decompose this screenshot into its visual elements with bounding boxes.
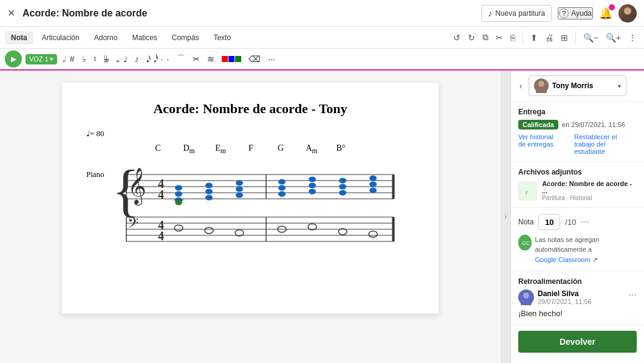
svg-point-50 — [174, 225, 183, 231]
svg-point-44 — [339, 190, 346, 195]
grade-menu-button[interactable]: ··· — [581, 216, 589, 227]
svg-point-48 — [369, 181, 377, 187]
nota-label: Nota — [518, 218, 533, 226]
top-bar: ✕ Acorde: Nombre de acorde ♪ Nueva parti… — [0, 0, 644, 27]
eraser-icon[interactable]: ⌫ — [247, 54, 262, 64]
svg-point-36 — [236, 186, 243, 192]
sixteenth-sym[interactable]: 𝅘𝅥𝅯 — [145, 54, 148, 65]
paste-icon[interactable]: ⎘ — [508, 32, 518, 44]
tab-texto[interactable]: Texto — [207, 31, 237, 44]
score-paper: Acorde: Nombre de acorde - Tony ♩= 80 C … — [62, 83, 439, 314]
zoom-out-icon[interactable]: 🔍− — [581, 32, 601, 44]
user-avatar[interactable] — [618, 4, 637, 22]
double-flat-sym[interactable]: 𝄫 — [102, 54, 111, 65]
sharp-sym[interactable]: # — [68, 54, 77, 64]
attachment-name: Acorde: Nombre de acorde - ... — [542, 180, 637, 195]
feedback-menu-button[interactable]: ··· — [629, 289, 637, 300]
top-bar-actions: ♪ Nueva partitura ? Ayuda 🔔 — [481, 4, 637, 22]
entrega-section: Entrega Calificada en 29/07/2021, 11:56 … — [511, 102, 644, 162]
svg-point-42 — [309, 182, 316, 188]
auto-note-text: Las notas se agregan automáticamente a G… — [535, 235, 637, 264]
svg-point-63 — [523, 292, 529, 299]
student-selector[interactable]: Tony Morris ▾ — [529, 75, 627, 96]
svg-point-51 — [205, 227, 213, 233]
new-score-button[interactable]: ♪ Nueva partitura — [481, 5, 552, 22]
attachment-icon[interactable]: ♪ — [518, 181, 537, 201]
svg-point-64 — [521, 300, 532, 305]
natural-sym[interactable]: ♮ — [92, 54, 98, 64]
chord-C: C — [142, 143, 174, 155]
tab-articulacion[interactable]: Articulación — [36, 31, 86, 44]
help-icon: ? — [559, 9, 569, 18]
retroalimentacion-label: Retroalimentación — [518, 277, 637, 286]
devolver-button[interactable]: Devolver — [518, 331, 637, 353]
svg-point-1 — [622, 16, 634, 22]
panel-header: ‹ Tony Morris ▾ › — [511, 71, 644, 102]
feedback-author: Daniel Silva — [538, 289, 592, 298]
grid-icon[interactable]: ⊞ — [558, 32, 570, 44]
prev-student-button[interactable]: ‹ — [517, 80, 525, 92]
close-button[interactable]: ✕ — [7, 7, 15, 19]
tremolo-sym[interactable]: ≋ — [205, 54, 216, 64]
note-toolbar: ▶ VOZ 1 ▾ 𝅗𝅥 # ♭ ♮ 𝄫 𝅝 ♩ ♪ 𝅘𝅥𝅯 𝅘𝅥𝅰 · · ⌒… — [0, 49, 644, 71]
chord-G: G — [265, 143, 296, 155]
nota-section: Nota /10 ··· GC Las notas se agregan aut… — [511, 208, 644, 271]
svg-text:♪: ♪ — [525, 188, 528, 195]
voice-selector[interactable]: VOZ 1 ▾ — [26, 54, 57, 64]
print-icon[interactable]: 🖨 — [543, 32, 556, 44]
score-area: Acorde: Nombre de acorde - Tony ♩= 80 C … — [0, 71, 501, 363]
historial-link[interactable]: Ver historial de entregas — [518, 133, 560, 155]
svg-text:𝄢: 𝄢 — [128, 215, 139, 234]
tab-adorno[interactable]: Adorno — [88, 31, 124, 44]
dots-sym[interactable]: · · — [159, 54, 172, 64]
upload-icon[interactable]: ⬆ — [528, 32, 540, 44]
piano-label: Piano — [86, 170, 104, 179]
gclassroom-link[interactable]: Google Classroom — [535, 256, 591, 263]
svg-text:GC: GC — [522, 240, 530, 246]
auto-note-row: GC Las notas se agregan automáticamente … — [518, 235, 637, 264]
slur-sym[interactable]: ⌒ — [175, 53, 187, 65]
more-icon[interactable]: ⋮ — [626, 32, 639, 44]
undo-icon[interactable]: ↺ — [451, 32, 463, 44]
retroalimentacion-section: Retroalimentación Daniel Silva 29/07/202… — [511, 271, 644, 325]
main-layout: Acorde: Nombre de acorde - Tony ♩= 80 C … — [0, 71, 644, 363]
cut-icon[interactable]: ✂ — [493, 32, 505, 44]
whole-note-sym[interactable]: 𝅗𝅥 — [61, 54, 64, 65]
tab-matices[interactable]: Matices — [126, 31, 163, 44]
thirtysecond-sym[interactable]: 𝅘𝅥𝅰 — [152, 54, 156, 65]
svg-point-0 — [624, 7, 631, 15]
redo-icon[interactable]: ↻ — [465, 32, 478, 44]
restablecer-link[interactable]: Restablecer el trabajo del estudiante — [574, 133, 637, 155]
notification-icon[interactable]: 🔔 — [599, 7, 612, 20]
tab-compas[interactable]: Compás — [166, 31, 205, 44]
right-panel: ‹ Tony Morris ▾ › Entrega Calificada en … — [510, 71, 644, 363]
student-name: Tony Morris — [552, 81, 615, 90]
svg-point-40 — [278, 179, 286, 184]
separator — [522, 32, 523, 44]
quarter-sym[interactable]: ♩ — [122, 54, 129, 64]
copy-icon[interactable]: ⧉ — [480, 31, 491, 44]
grade-input[interactable] — [538, 214, 560, 230]
chord-Am: Am — [296, 143, 327, 155]
help-button[interactable]: ? Ayuda — [558, 7, 593, 19]
grade-row: Nota /10 ··· — [518, 214, 637, 230]
archivos-label: Archivos adjuntos — [518, 168, 637, 176]
svg-point-39 — [278, 185, 286, 190]
tab-nota[interactable]: Nota — [5, 31, 33, 44]
flat-sym[interactable]: ♭ — [80, 54, 88, 64]
delivery-row: Calificada en 29/07/2021, 11:56 — [518, 120, 637, 130]
panel-toggle[interactable]: › — [501, 71, 510, 363]
svg-point-43 — [309, 176, 316, 182]
cut-sym[interactable]: ✂ — [191, 54, 202, 64]
attachment-row: ♪ Acorde: Nombre de acorde - ... Partitu… — [518, 180, 637, 201]
dropdown-arrow-icon: ▾ — [618, 83, 621, 89]
zoom-in-icon[interactable]: 🔍+ — [603, 32, 623, 44]
music-note-icon: ♪ — [488, 9, 492, 18]
more-note-icon[interactable]: ··· — [266, 54, 277, 64]
color-btn[interactable] — [220, 55, 243, 63]
eighth-sym[interactable]: ♪ — [133, 54, 141, 64]
breve-sym[interactable]: 𝅝 — [114, 54, 118, 65]
staff-svg: { — [108, 156, 400, 254]
entrega-label: Entrega — [518, 108, 637, 116]
play-button[interactable]: ▶ — [5, 50, 22, 67]
